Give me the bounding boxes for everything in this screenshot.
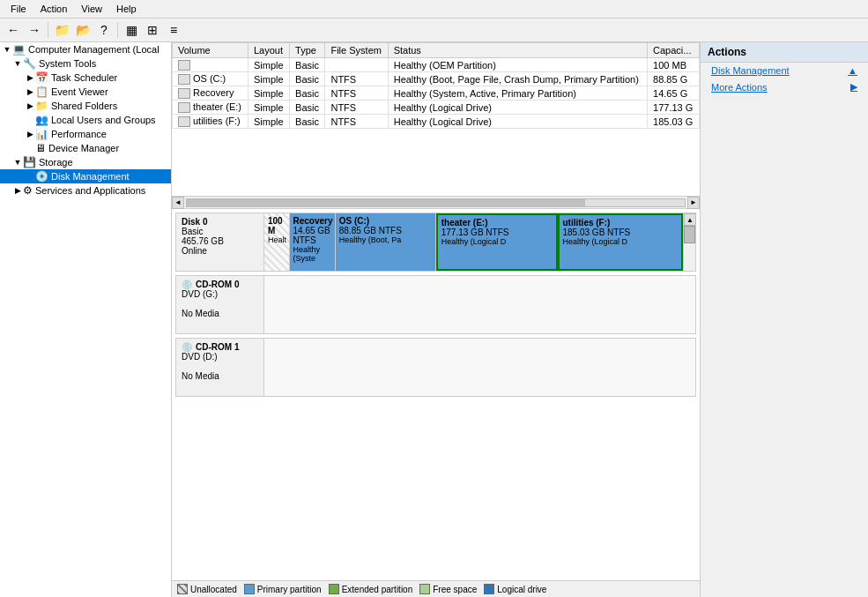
arrow-performance: ▶ <box>25 130 35 138</box>
legend-box-primary <box>244 584 255 594</box>
col-layout[interactable]: Layout <box>248 43 289 58</box>
cell-layout: Simple <box>248 72 289 86</box>
sidebar-item-computer[interactable]: ▼ 💻 Computer Management (Local <box>0 42 171 56</box>
part-recovery-size: 14.65 GB NTFS <box>293 226 331 245</box>
vol-icon <box>178 74 190 85</box>
legend-box-extended <box>329 584 339 594</box>
arrow-task-scheduler: ▶ <box>25 73 35 82</box>
col-volume[interactable]: Volume <box>173 43 249 58</box>
menu-action[interactable]: Action <box>33 2 75 16</box>
col-type[interactable]: Type <box>290 43 325 58</box>
menu-help[interactable]: Help <box>109 2 144 16</box>
sidebar-item-disk-management[interactable]: 💿 Disk Management <box>0 169 171 183</box>
toolbar-back[interactable]: ← <box>4 20 23 40</box>
sidebar-label-device-manager: Device Manager <box>48 143 119 153</box>
icon-services-apps: ⚙ <box>23 184 33 197</box>
cell-status: Healthy (OEM Partition) <box>388 58 647 72</box>
part-utilities-name: utilities (F:) <box>563 218 679 228</box>
legend-box-logical <box>484 584 494 594</box>
sidebar-item-event-viewer[interactable]: ▶ 📋 Event Viewer <box>0 85 171 99</box>
cdrom1-drive: DVD (D:) <box>182 352 258 362</box>
cdrom1-icon: 💿 <box>182 342 192 352</box>
actions-disk-label: Disk Management <box>711 65 790 76</box>
partition-utilities[interactable]: utilities (F:) 185.03 GB NTFS Healthy (L… <box>558 213 684 271</box>
vscroll-up[interactable]: ▲ <box>684 213 696 226</box>
sidebar-item-device-manager[interactable]: 🖥 Device Manager <box>0 141 171 155</box>
legend-label-primary: Primary partition <box>257 585 322 594</box>
cell-capacity: 177.13 G <box>648 101 700 115</box>
cell-status: Healthy (System, Active, Primary Partiti… <box>388 86 647 101</box>
cell-status: Healthy (Logical Drive) <box>388 115 647 129</box>
sidebar-item-task-scheduler[interactable]: ▶ 📅 Task Scheduler <box>0 71 171 85</box>
cell-capacity: 100 MB <box>648 58 700 72</box>
toolbar-view1[interactable]: ▦ <box>122 20 141 40</box>
cell-capacity: 185.03 G <box>648 115 700 129</box>
volume-table-container: Volume Layout Type File System Status Ca… <box>172 42 700 197</box>
hscroll-left[interactable]: ◄ <box>172 197 184 209</box>
sidebar-label-local-users: Local Users and Groups <box>51 115 156 125</box>
toolbar-help[interactable]: ? <box>94 20 114 40</box>
toolbar-view3[interactable]: ≡ <box>164 20 183 40</box>
col-capacity[interactable]: Capaci... <box>648 43 700 58</box>
sidebar-item-local-users[interactable]: 👥 Local Users and Groups <box>0 113 171 127</box>
sidebar-label-services-apps: Services and Applications <box>35 185 145 196</box>
icon-shared-folders: 📁 <box>35 100 48 112</box>
icon-device-manager: 🖥 <box>35 142 46 154</box>
disk0-name: Disk 0 <box>182 217 258 227</box>
col-status[interactable]: Status <box>388 43 647 58</box>
legend-box-free <box>419 584 430 594</box>
cell-capacity: 14.65 G <box>648 86 700 101</box>
sidebar-item-performance[interactable]: ▶ 📊 Performance <box>0 127 171 141</box>
part-theater-name: theater (E:) <box>441 218 553 228</box>
actions-disk-management[interactable]: Disk Management ▲ <box>701 63 868 78</box>
toolbar-folder[interactable]: 📁 <box>52 20 71 40</box>
partition-oem[interactable]: 100 M Healt <box>264 213 290 271</box>
content-area: Volume Layout Type File System Status Ca… <box>172 42 700 597</box>
cell-layout: Simple <box>248 86 289 101</box>
toolbar-view2[interactable]: ⊞ <box>143 20 162 40</box>
sidebar-item-system-tools[interactable]: ▼ 🔧 System Tools <box>0 56 171 71</box>
col-filesystem[interactable]: File System <box>325 43 388 58</box>
partition-theater[interactable]: theater (E:) 177.13 GB NTFS Healthy (Log… <box>436 213 558 271</box>
cell-volume: theater (E:) <box>173 101 249 115</box>
cell-type: Basic <box>290 58 325 72</box>
menu-view[interactable]: View <box>74 2 109 16</box>
cell-volume: utilities (F:) <box>173 115 249 129</box>
actions-more-label: More Actions <box>711 82 768 93</box>
disk-vscroll: ▲ <box>683 213 695 271</box>
table-row[interactable]: OS (C:) Simple Basic NTFS Healthy (Boot,… <box>173 72 700 86</box>
cdrom0-row: 💿 CD-ROM 0 DVD (G:) No Media <box>175 275 696 334</box>
disk0-row: Disk 0 Basic 465.76 GB Online 100 M Heal… <box>175 213 696 272</box>
table-row[interactable]: utilities (F:) Simple Basic NTFS Healthy… <box>173 115 700 129</box>
part-theater-status: Healthy (Logical D <box>441 237 553 246</box>
toolbar-forward[interactable]: → <box>25 20 44 40</box>
sidebar-item-services-apps[interactable]: ▶ ⚙ Services and Applications <box>0 183 171 198</box>
actions-more[interactable]: More Actions ▶ <box>701 78 868 95</box>
table-row[interactable]: Simple Basic Healthy (OEM Partition) 100… <box>173 58 700 72</box>
partition-recovery[interactable]: Recovery 14.65 GB NTFS Healthy (Syste <box>290 213 336 271</box>
table-row[interactable]: theater (E:) Simple Basic NTFS Healthy (… <box>173 101 700 115</box>
sidebar-item-storage[interactable]: ▼ 💾 Storage <box>0 155 171 169</box>
cdrom0-drive: DVD (G:) <box>182 289 258 299</box>
legend-box-unallocated <box>177 584 188 594</box>
legend-label-free: Free space <box>433 585 477 594</box>
legend-label-unallocated: Unallocated <box>190 585 237 594</box>
hscroll-thumb <box>187 199 585 206</box>
hscroll-right[interactable]: ► <box>687 197 700 209</box>
arrow-computer: ▼ <box>2 45 12 54</box>
table-row[interactable]: Recovery Simple Basic NTFS Healthy (Syst… <box>173 86 700 101</box>
menu-file[interactable]: File <box>4 2 33 16</box>
icon-storage: 💾 <box>23 156 36 168</box>
sidebar-item-shared-folders[interactable]: ▶ 📁 Shared Folders <box>0 99 171 113</box>
disk-area: Disk 0 Basic 465.76 GB Online 100 M Heal… <box>172 209 700 580</box>
cdrom0-info: 💿 CD-ROM 0 DVD (G:) No Media <box>176 276 264 333</box>
part-recovery-name: Recovery <box>293 216 331 226</box>
cdrom0-content <box>264 276 695 333</box>
disk0-info: Disk 0 Basic 465.76 GB Online <box>176 213 264 271</box>
legend-primary: Primary partition <box>244 584 322 594</box>
partition-os[interactable]: OS (C:) 88.85 GB NTFS Healthy (Boot, Pa <box>336 213 436 271</box>
toolbar-folder2[interactable]: 📂 <box>73 20 93 40</box>
sidebar-label-task-scheduler: Task Scheduler <box>51 72 117 83</box>
sidebar-label-shared-folders: Shared Folders <box>51 101 117 111</box>
cell-status: Healthy (Logical Drive) <box>388 101 647 115</box>
